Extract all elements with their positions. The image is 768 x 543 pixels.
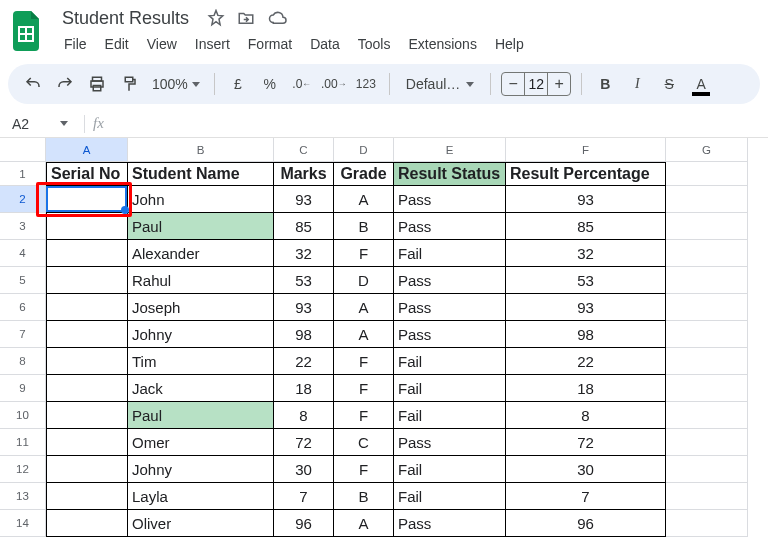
name-box[interactable]: A2 <box>0 116 52 132</box>
data-cell[interactable]: 30 <box>274 456 334 483</box>
font-family-dropdown[interactable]: Defaul… <box>398 69 482 99</box>
cell-empty[interactable] <box>666 213 748 240</box>
cell-empty[interactable] <box>666 429 748 456</box>
menu-tools[interactable]: Tools <box>350 32 399 56</box>
data-cell[interactable] <box>46 402 128 429</box>
data-cell[interactable]: John <box>128 186 274 213</box>
data-cell[interactable]: Rahul <box>128 267 274 294</box>
cell-empty[interactable] <box>666 321 748 348</box>
cell-empty[interactable] <box>666 483 748 510</box>
move-icon[interactable] <box>237 9 255 27</box>
sheets-logo-icon[interactable] <box>10 13 46 49</box>
data-cell[interactable]: A <box>334 321 394 348</box>
data-cell[interactable]: Fail <box>394 375 506 402</box>
menu-data[interactable]: Data <box>302 32 348 56</box>
decrease-font-button[interactable]: − <box>502 75 524 93</box>
data-cell[interactable]: 53 <box>506 267 666 294</box>
data-cell[interactable]: 98 <box>506 321 666 348</box>
chevron-down-icon[interactable] <box>60 121 68 126</box>
data-cell[interactable] <box>46 321 128 348</box>
data-cell[interactable] <box>46 213 128 240</box>
data-cell[interactable]: Fail <box>394 348 506 375</box>
cell-empty[interactable] <box>666 456 748 483</box>
paint-format-button[interactable] <box>114 69 144 99</box>
data-cell[interactable]: B <box>334 213 394 240</box>
data-cell[interactable]: Fail <box>394 402 506 429</box>
data-cell[interactable]: Fail <box>394 240 506 267</box>
data-cell[interactable]: 93 <box>506 186 666 213</box>
data-cell[interactable]: 72 <box>274 429 334 456</box>
data-cell[interactable] <box>46 510 128 537</box>
cell-empty[interactable] <box>666 186 748 213</box>
data-cell[interactable]: Pass <box>394 267 506 294</box>
doc-title[interactable]: Student Results <box>56 6 195 31</box>
data-cell[interactable]: Pass <box>394 429 506 456</box>
row-head-10[interactable]: 10 <box>0 402 46 429</box>
col-head-A[interactable]: A <box>46 138 128 162</box>
data-cell[interactable]: Tim <box>128 348 274 375</box>
data-cell[interactable] <box>46 375 128 402</box>
text-color-button[interactable]: A <box>686 69 716 99</box>
data-cell[interactable]: Pass <box>394 294 506 321</box>
row-head-6[interactable]: 6 <box>0 294 46 321</box>
data-cell[interactable]: 22 <box>506 348 666 375</box>
data-cell[interactable]: D <box>334 267 394 294</box>
row-head-13[interactable]: 13 <box>0 483 46 510</box>
data-cell[interactable]: 30 <box>506 456 666 483</box>
cell-empty[interactable] <box>666 375 748 402</box>
row-head-3[interactable]: 3 <box>0 213 46 240</box>
row-head-4[interactable]: 4 <box>0 240 46 267</box>
strikethrough-button[interactable]: S <box>654 69 684 99</box>
header-cell[interactable]: Marks <box>274 162 334 186</box>
data-cell[interactable]: Fail <box>394 483 506 510</box>
cell-empty[interactable] <box>666 294 748 321</box>
select-all-corner[interactable] <box>0 138 46 162</box>
menu-extensions[interactable]: Extensions <box>400 32 484 56</box>
col-head-F[interactable]: F <box>506 138 666 162</box>
data-cell[interactable]: Jack <box>128 375 274 402</box>
data-cell[interactable]: 32 <box>506 240 666 267</box>
data-cell[interactable]: 8 <box>274 402 334 429</box>
data-cell[interactable]: F <box>334 348 394 375</box>
row-head-12[interactable]: 12 <box>0 456 46 483</box>
data-cell[interactable]: 18 <box>506 375 666 402</box>
zoom-dropdown[interactable]: 100% <box>146 69 206 99</box>
data-cell[interactable] <box>46 348 128 375</box>
bold-button[interactable]: B <box>590 69 620 99</box>
data-cell[interactable]: 98 <box>274 321 334 348</box>
cell-empty[interactable] <box>666 348 748 375</box>
print-button[interactable] <box>82 69 112 99</box>
font-size-input[interactable] <box>524 73 548 95</box>
data-cell[interactable]: Layla <box>128 483 274 510</box>
row-head-14[interactable]: 14 <box>0 510 46 537</box>
menu-insert[interactable]: Insert <box>187 32 238 56</box>
menu-file[interactable]: File <box>56 32 95 56</box>
data-cell[interactable]: Pass <box>394 213 506 240</box>
data-cell[interactable] <box>46 294 128 321</box>
data-cell[interactable]: 8 <box>506 402 666 429</box>
menu-view[interactable]: View <box>139 32 185 56</box>
italic-button[interactable]: I <box>622 69 652 99</box>
data-cell[interactable]: 18 <box>274 375 334 402</box>
header-cell[interactable]: Serial No <box>46 162 128 186</box>
row-head-1[interactable]: 1 <box>0 162 46 186</box>
data-cell[interactable]: 85 <box>274 213 334 240</box>
cell-empty[interactable] <box>666 510 748 537</box>
data-cell[interactable]: Pass <box>394 510 506 537</box>
increase-font-button[interactable]: + <box>548 75 570 93</box>
data-cell[interactable]: A <box>334 510 394 537</box>
data-cell[interactable]: Alexander <box>128 240 274 267</box>
header-cell[interactable]: Result Percentage <box>506 162 666 186</box>
data-cell[interactable] <box>46 456 128 483</box>
data-cell[interactable]: Fail <box>394 456 506 483</box>
menu-edit[interactable]: Edit <box>97 32 137 56</box>
data-cell[interactable]: F <box>334 375 394 402</box>
font-size-stepper[interactable]: − + <box>501 72 571 96</box>
data-cell[interactable]: Johny <box>128 321 274 348</box>
data-cell[interactable]: F <box>334 402 394 429</box>
data-cell[interactable]: Pass <box>394 186 506 213</box>
data-cell[interactable]: 7 <box>274 483 334 510</box>
col-head-G[interactable]: G <box>666 138 748 162</box>
row-head-5[interactable]: 5 <box>0 267 46 294</box>
data-cell[interactable]: 7 <box>506 483 666 510</box>
